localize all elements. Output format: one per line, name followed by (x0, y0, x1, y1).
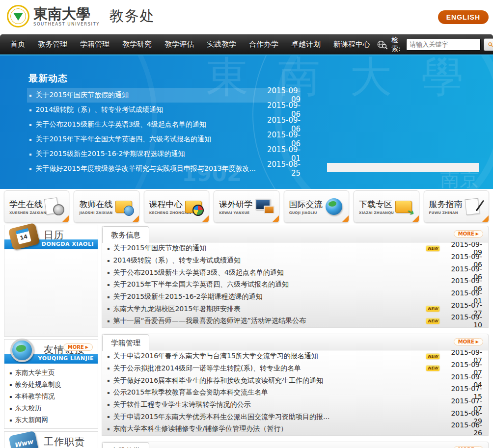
nav-item[interactable]: 合作办学 (243, 34, 285, 54)
sidebar-link[interactable]: ▪ 东大校历 (9, 402, 98, 414)
sidebar-link-label[interactable]: 东大校历 (15, 404, 41, 413)
tab-shijian-jiaoxue[interactable]: 实践教学 (102, 442, 149, 448)
search-button[interactable]: 搜索 (484, 38, 493, 51)
news-title[interactable]: 东南大学本科生修读辅修专业/辅修学位管理办法（暂行） (113, 424, 443, 433)
news-row[interactable]: ▪ 公示2015年秋季校教育基金会资助本科交流生名单 2015-07-15 (102, 387, 488, 399)
quick-link-card[interactable]: 下载专区 XIAZAI ZHUANQU (354, 190, 419, 223)
banner-news-row[interactable]: ▪ 关于2015年国庆节放假的通知 2015-09-09 (27, 88, 301, 103)
banner-news-date: 2015-08-25 (259, 160, 301, 178)
sidebar-link[interactable]: ▪ 东大新闻网 (9, 414, 98, 426)
banner-news-row[interactable]: ▪ 关于2015级新生2015-16-2学期课程选课的通知 2015-09-01 (27, 147, 301, 161)
bullet-icon: ▪ (107, 402, 110, 407)
news-title[interactable]: 关于公示拟批准2014级邱一诺等学生转院(系)、转专业的名单 (113, 364, 426, 373)
news-row[interactable]: ▪ 第十一届“吾爱吾师——我最喜爱的老师评选”活动评选结果公布 NEW 2015… (102, 315, 488, 327)
banner-news-title[interactable]: 关于2015年下半年全国大学英语四、六级考试报名的通知 (35, 135, 259, 144)
bullet-icon: ▪ (107, 366, 110, 370)
more-button[interactable]: MORE ▶ (454, 338, 483, 345)
news-title[interactable]: 公示2015年秋季校教育基金会资助本科交流生名单 (113, 388, 443, 397)
quick-link-card[interactable]: 学生在线 XUESHEN ZAIXIAN (4, 190, 69, 223)
news-row[interactable]: ▪ 关于公示拟批准2014级邱一诺等学生转院(系)、转专业的名单 NEW 201… (102, 363, 488, 375)
corner-decoration (342, 215, 349, 222)
quick-link-title: 国际交流 (289, 199, 323, 210)
bullet-icon: ▪ (107, 354, 110, 359)
news-title[interactable]: 关于2015年下半年全国大学英语四、六级考试报名的通知 (113, 280, 443, 289)
search-label: 检索: (391, 36, 403, 53)
sidebar-link[interactable]: ▪ 东南大学主页 (9, 367, 98, 379)
sidebar-link-label[interactable]: 东大新闻网 (15, 416, 48, 424)
sidebar-more-button[interactable]: MORE ▶ (63, 343, 93, 351)
nav-item[interactable]: 学籍管理 (74, 34, 116, 54)
quick-link-card[interactable]: 教师在线 JIAOSHI ZAIXIAN (74, 190, 139, 223)
calendar-icon: 14 (8, 223, 40, 250)
news-title[interactable]: 东南大学九龙湖校区2015年暑期班安排表 (113, 305, 426, 314)
sidebar-link[interactable]: ▪ 教务处规章制度 (9, 379, 98, 391)
sidebar-link[interactable]: ▪ 本科教学情况 (9, 391, 98, 402)
bullet-icon: ▪ (107, 295, 110, 299)
nav-item[interactable]: 首页 (4, 34, 31, 54)
news-title[interactable]: 2014级转院（系）、转专业考试成绩通知 (113, 256, 443, 265)
nav-item[interactable]: 新课程中心 (327, 34, 377, 54)
nav-item[interactable]: 教学评估 (158, 34, 200, 54)
news-row[interactable]: ▪ 关于2015年下半年全国大学英语四、六级考试报名的通知 2015-09-06 (102, 279, 488, 291)
banner-news-title[interactable]: 关于2015级新生2015-16-2学期课程选课的通知 (35, 150, 259, 158)
news-title[interactable]: 关于2015年国庆节放假的通知 (113, 244, 426, 253)
news-title[interactable]: 关于2015级新生2015-16-2学期课程选课的通知 (113, 292, 443, 301)
news-row[interactable]: ▪ 东南大学九龙湖校区2015年暑期班安排表 NEW 2015-07-27 (102, 303, 488, 315)
corner-decoration (132, 215, 139, 222)
calendar-body (4, 252, 98, 336)
news-row[interactable]: ▪ 2014级转院（系）、转专业考试成绩通知 2015-09-06 (102, 255, 488, 267)
news-list: ▪ 关于申请2016年春季东南大学与台湾15所大学交流学习的报名通知 NEW 2… (102, 350, 489, 436)
news-row[interactable]: ▪ 关于软件工程专业学生宋诗琪转学情况的公示 2015-07-07 (102, 399, 488, 411)
banner-news-row[interactable]: ▪ 关于公布2015级新生大学英语3级、4级起点名单的通知 2015-09-06 (27, 117, 301, 132)
bullet-icon: ▪ (29, 137, 31, 142)
more-arrow-icon: ▶ (476, 232, 479, 236)
logo-triangle-icon (13, 13, 23, 21)
news-row[interactable]: ▪ 关于做好2016届本科毕业生的推荐和接收免试攻读研究生工作的通知 2015-… (102, 374, 488, 387)
nav-item[interactable]: 实践教学 (200, 34, 243, 54)
news-title[interactable]: 关于做好2016届本科毕业生的推荐和接收免试攻读研究生工作的通知 (113, 376, 443, 385)
news-title[interactable]: 关于软件工程专业学生宋诗琪转学情况的公示 (113, 400, 443, 409)
sidebar-link-label[interactable]: 东南大学主页 (15, 369, 55, 377)
page-title: 教务处 (110, 6, 155, 26)
corner-decoration (272, 215, 279, 222)
more-button[interactable]: MORE ▶ (454, 230, 483, 237)
news-title[interactable]: 关于申请2015年东南大学优秀本科生公派出国交流学习资助项目的报... (113, 413, 443, 422)
news-row[interactable]: ▪ 关于2015级新生2015-16-2学期课程选课的通知 2015-09-01 (102, 291, 488, 303)
quick-link-card[interactable]: 课外研学 KEWAI YANXUE (214, 190, 279, 223)
banner-title: 最新动态 (28, 72, 68, 85)
nav-item[interactable]: 教学研究 (116, 34, 158, 54)
news-row[interactable]: ▪ 关于申请2015年东南大学优秀本科生公派出国交流学习资助项目的报... 20… (102, 411, 488, 423)
folder-download-icon (394, 196, 415, 217)
news-row[interactable]: ▪ 关于2015年国庆节放假的通知 NEW 2015-09-09 (102, 242, 488, 255)
banner-news-list: ▪ 关于2015年国庆节放假的通知 2015-09-09 ▪ 2014级转院（系… (27, 88, 301, 176)
news-title[interactable]: 关于申请2016年春季东南大学与台湾15所大学交流学习的报名通知 (113, 352, 426, 361)
banner-news-title[interactable]: 关于公布2015级新生大学英语3级、4级起点名单的通知 (35, 120, 259, 129)
nav-item[interactable]: 教务管理 (31, 34, 74, 54)
banner-news-row[interactable]: ▪ 关于2015年下半年全国大学英语四、六级考试报名的通知 2015-09-06 (27, 132, 301, 147)
duties-title: 工作职责 (44, 435, 85, 448)
banner-news-title[interactable]: 关于做好2015年度校级教学改革研究与实践项目申报与2013年度教改... (35, 164, 259, 173)
more-button[interactable]: MORE ▶ (454, 446, 483, 448)
tab-jiaowu-xinxi[interactable]: 教务信息 (102, 226, 149, 243)
banner-news-row[interactable]: ▪ 2014级转院（系）、转专业考试成绩通知 2015-09-06 (27, 103, 301, 117)
quick-link-card[interactable]: 国际交流 GUOJI JIAOLIU (284, 190, 349, 223)
sidebar-link-label[interactable]: 教务处规章制度 (15, 380, 61, 389)
banner-news-title[interactable]: 关于2015年国庆节放假的通知 (35, 91, 259, 100)
sidebar-link-label[interactable]: 本科教学情况 (15, 392, 55, 401)
quick-link-pinyin: JIAOSHI ZAIXIAN (79, 211, 112, 215)
banner-news-row[interactable]: ▪ 关于做好2015年度校级教学改革研究与实践项目申报与2013年度教改... … (27, 161, 301, 176)
tab-xueji-guanli[interactable]: 学籍管理 (102, 334, 149, 351)
search-input[interactable] (406, 39, 481, 51)
quick-link-title: 课外研学 (219, 199, 252, 210)
news-row[interactable]: ▪ 关于申请2016年春季东南大学与台湾15所大学交流学习的报名通知 NEW 2… (102, 350, 488, 363)
news-row[interactable]: ▪ 关于公布2015级新生大学英语3级、4级起点名单的通知 2015-09-06 (102, 266, 488, 279)
news-row[interactable]: ▪ 东南大学本科生修读辅修专业/辅修学位管理办法（暂行） 2015-06-26 (102, 423, 488, 435)
english-button[interactable]: ENGLISH (438, 10, 489, 24)
bullet-icon: ▪ (107, 415, 110, 419)
banner-news-title[interactable]: 2014级转院（系）、转专业考试成绩通知 (35, 105, 259, 114)
news-title[interactable]: 关于公布2015级新生大学英语3级、4级起点名单的通知 (113, 268, 443, 277)
quick-link-card[interactable]: 课程中心 KECHENG ZHONGXIN (144, 190, 209, 223)
news-title[interactable]: 第十一届“吾爱吾师——我最喜爱的老师评选”活动评选结果公布 (113, 316, 426, 325)
nav-item[interactable]: 卓越计划 (285, 34, 327, 54)
quick-link-card[interactable]: 服务指南 FUWU ZHINAN (424, 190, 489, 223)
